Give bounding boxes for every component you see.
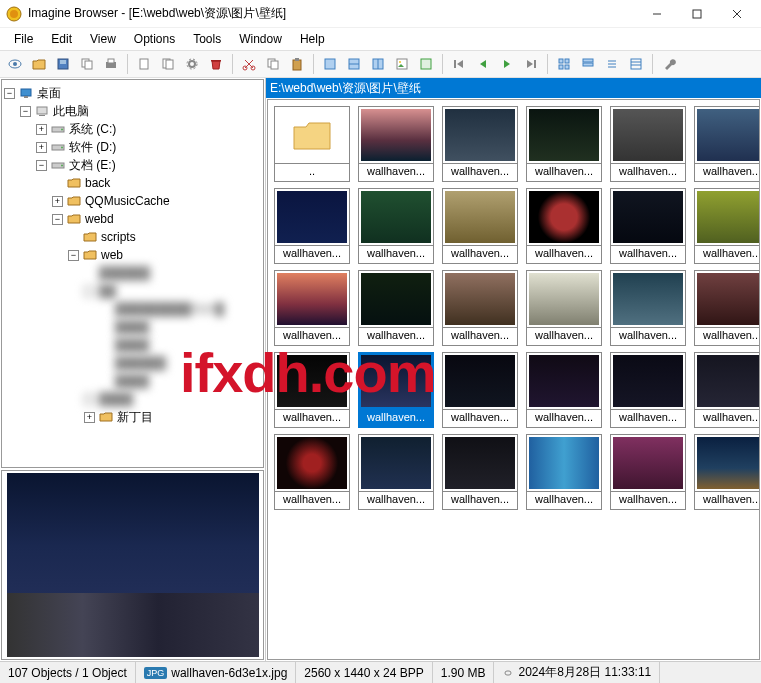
tree-node-drive-e[interactable]: − 文档 (E:) (4, 156, 261, 174)
collapse-icon[interactable]: − (68, 250, 79, 261)
nav-next-icon[interactable] (496, 53, 518, 75)
tree-node-blurred[interactable]: ████ (4, 318, 261, 336)
menu-window[interactable]: Window (231, 30, 290, 48)
collapse-icon[interactable]: − (4, 88, 15, 99)
grid3-icon[interactable] (601, 53, 623, 75)
paste-icon[interactable] (286, 53, 308, 75)
thumbnail-item[interactable]: wallhaven... (694, 434, 760, 510)
tree-node-drive-c[interactable]: + 系统 (C:) (4, 120, 261, 138)
drive-icon (51, 122, 65, 136)
tree-node-blurred[interactable]: −██ (4, 282, 261, 300)
grid2-icon[interactable] (577, 53, 599, 75)
thumbnail-item[interactable]: wallhaven... (274, 352, 350, 428)
thumbnail-item[interactable]: wallhaven... (358, 270, 434, 346)
thumbnail-item[interactable]: wallhaven... (610, 352, 686, 428)
tree-node-thispc[interactable]: − 此电脑 (4, 102, 261, 120)
thumbnail-item[interactable]: wallhaven... (442, 106, 518, 182)
thumbnail-item[interactable]: wallhaven... (358, 434, 434, 510)
window3-icon[interactable] (367, 53, 389, 75)
thumbnail-item[interactable]: wallhaven... (610, 270, 686, 346)
expand-icon[interactable]: + (84, 412, 95, 423)
nav-first-icon[interactable] (448, 53, 470, 75)
tree-node-blurred[interactable]: ████ (4, 336, 261, 354)
window2-icon[interactable] (343, 53, 365, 75)
thumbnail-grid[interactable]: ..wallhaven...wallhaven...wallhaven...wa… (267, 99, 760, 660)
copy2-icon[interactable] (262, 53, 284, 75)
menu-file[interactable]: File (6, 30, 41, 48)
disk-icon[interactable] (52, 53, 74, 75)
thumbnail-item[interactable]: wallhaven... (526, 188, 602, 264)
thumbnail-item[interactable]: wallhaven... (442, 270, 518, 346)
tree-node-desktop[interactable]: − 桌面 (4, 84, 261, 102)
thumbnail-item[interactable]: wallhaven... (694, 188, 760, 264)
expand-icon[interactable]: + (36, 124, 47, 135)
tree-node-blurred[interactable]: +████ (4, 390, 261, 408)
grid4-icon[interactable] (625, 53, 647, 75)
thumbnail-item[interactable]: wallhaven... (526, 434, 602, 510)
thumbnail-item[interactable]: .. (274, 106, 350, 182)
thumbnail-item[interactable]: wallhaven... (274, 434, 350, 510)
image2-icon[interactable] (415, 53, 437, 75)
document-icon[interactable] (133, 53, 155, 75)
cut-icon[interactable] (238, 53, 260, 75)
thumbnail-item[interactable]: wallhaven... (442, 188, 518, 264)
thumbnail-label: wallhaven... (442, 246, 518, 264)
documents-icon[interactable] (157, 53, 179, 75)
tree-node-new[interactable]: + 新丁目 (4, 408, 261, 426)
close-button[interactable] (723, 4, 751, 24)
collapse-icon[interactable]: − (20, 106, 31, 117)
thumbnail-item[interactable]: wallhaven... (694, 106, 760, 182)
thumbnail-item[interactable]: wallhaven... (610, 188, 686, 264)
tree-node-blurred[interactable]: ██████ (4, 354, 261, 372)
thumbnail-item[interactable]: wallhaven... (358, 352, 434, 428)
tree-node-blurred[interactable]: ██████ (4, 264, 261, 282)
nav-prev-icon[interactable] (472, 53, 494, 75)
gear-icon[interactable] (181, 53, 203, 75)
folder-icon[interactable] (28, 53, 50, 75)
thumbnail-item[interactable]: wallhaven... (526, 352, 602, 428)
folder-tree[interactable]: − 桌面 − 此电脑 + 系统 (C:) + 软件 (D:) − (1, 79, 264, 468)
tree-node-scripts[interactable]: scripts (4, 228, 261, 246)
expand-icon[interactable]: + (52, 196, 63, 207)
print-icon[interactable] (100, 53, 122, 75)
thumbnail-item[interactable]: wallhaven... (274, 270, 350, 346)
tree-node-blurred[interactable]: █████████我的█ (4, 300, 261, 318)
thumbnail-item[interactable]: wallhaven... (358, 188, 434, 264)
thumbnail-item[interactable]: wallhaven... (694, 352, 760, 428)
collapse-icon[interactable]: − (52, 214, 63, 225)
tree-node-web[interactable]: − web (4, 246, 261, 264)
thumbnail-item[interactable]: wallhaven... (358, 106, 434, 182)
thumbnail-item[interactable]: wallhaven... (526, 106, 602, 182)
collapse-icon[interactable]: − (36, 160, 47, 171)
menu-edit[interactable]: Edit (43, 30, 80, 48)
thumbnail-item[interactable]: wallhaven... (526, 270, 602, 346)
nav-last-icon[interactable] (520, 53, 542, 75)
image-icon[interactable] (391, 53, 413, 75)
menu-options[interactable]: Options (126, 30, 183, 48)
thumbnail-item[interactable]: wallhaven... (442, 352, 518, 428)
path-bar[interactable]: E:\webd\web\资源\图片\壁纸 (266, 78, 761, 98)
menu-tools[interactable]: Tools (185, 30, 229, 48)
tree-node-drive-d[interactable]: + 软件 (D:) (4, 138, 261, 156)
window1-icon[interactable] (319, 53, 341, 75)
trash-icon[interactable] (205, 53, 227, 75)
minimize-button[interactable] (643, 4, 671, 24)
thumbnail-item[interactable]: wallhaven... (274, 188, 350, 264)
maximize-button[interactable] (683, 4, 711, 24)
wrench-icon[interactable] (658, 53, 680, 75)
grid1-icon[interactable] (553, 53, 575, 75)
tree-node-back[interactable]: back (4, 174, 261, 192)
thumbnail-item[interactable]: wallhaven... (610, 434, 686, 510)
thumbnail-item[interactable]: wallhaven... (442, 434, 518, 510)
menu-view[interactable]: View (82, 30, 124, 48)
view-icon[interactable] (4, 53, 26, 75)
expand-icon[interactable]: + (36, 142, 47, 153)
copy-icon[interactable] (76, 53, 98, 75)
tree-node-webd[interactable]: − webd (4, 210, 261, 228)
tree-label: 此电脑 (53, 103, 89, 120)
tree-node-blurred[interactable]: ████ (4, 372, 261, 390)
menu-help[interactable]: Help (292, 30, 333, 48)
thumbnail-item[interactable]: wallhaven... (694, 270, 760, 346)
tree-node-qqmusic[interactable]: + QQMusicCache (4, 192, 261, 210)
thumbnail-item[interactable]: wallhaven... (610, 106, 686, 182)
